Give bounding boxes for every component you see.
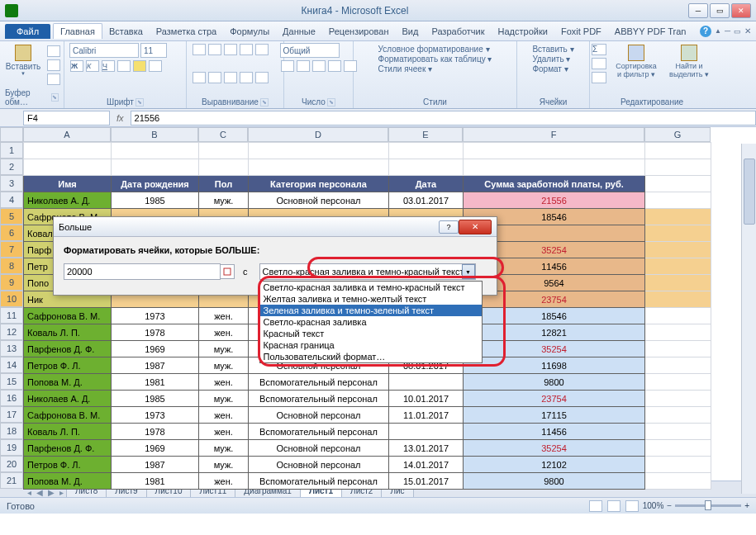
- row-header[interactable]: 11: [0, 307, 23, 324]
- threshold-input[interactable]: 20000: [64, 263, 221, 280]
- col-header[interactable]: E: [388, 127, 463, 142]
- tab-рецензирован[interactable]: Рецензирован: [322, 24, 396, 39]
- doc-close-icon[interactable]: ✕: [744, 26, 751, 36]
- format-option[interactable]: Желтая заливка и темно-желтый текст: [260, 293, 482, 305]
- font-name-combo[interactable]: Calibri: [69, 43, 139, 58]
- format-painter-icon[interactable]: [47, 73, 60, 85]
- view-break-icon[interactable]: [625, 500, 639, 512]
- cell-styles-button[interactable]: Стили ячеек ▾: [378, 64, 433, 73]
- tab-надстройки[interactable]: Надстройки: [492, 24, 554, 39]
- row-header[interactable]: 18: [0, 423, 23, 439]
- row-header[interactable]: 19: [0, 439, 23, 456]
- dialog-help-button[interactable]: ?: [439, 220, 459, 234]
- align-center-icon[interactable]: [208, 72, 221, 83]
- row-header[interactable]: 10: [0, 291, 23, 307]
- maximize-button[interactable]: ▭: [710, 3, 730, 18]
- tab-главная[interactable]: Главная: [53, 23, 102, 39]
- tab-формулы[interactable]: Формулы: [223, 24, 276, 39]
- underline-icon[interactable]: Ч: [102, 60, 115, 72]
- zoom-in-button[interactable]: +: [744, 501, 749, 510]
- indent-dec-icon[interactable]: [240, 72, 253, 83]
- cut-icon[interactable]: [47, 45, 60, 57]
- bold-icon[interactable]: Ж: [70, 60, 83, 72]
- italic-icon[interactable]: К: [86, 60, 99, 72]
- view-normal-icon[interactable]: [589, 500, 602, 512]
- view-layout-icon[interactable]: [607, 500, 620, 512]
- name-box[interactable]: F4: [23, 111, 110, 125]
- align-right-icon[interactable]: [224, 72, 237, 83]
- file-tab[interactable]: Файл: [5, 24, 50, 39]
- align-mid-icon[interactable]: [208, 44, 221, 55]
- tab-abbyy pdf tran[interactable]: ABBYY PDF Tran: [608, 24, 693, 39]
- row-header[interactable]: 4: [0, 192, 23, 208]
- tab-разметка стра[interactable]: Разметка стра: [150, 24, 223, 39]
- clear-icon[interactable]: [592, 72, 606, 83]
- row-header[interactable]: 17: [0, 406, 23, 423]
- format-option[interactable]: Зеленая заливка и темно-зеленый текст: [260, 305, 482, 316]
- zoom-out-button[interactable]: −: [667, 501, 672, 510]
- row-header[interactable]: 6: [0, 225, 23, 241]
- format-table-button[interactable]: Форматировать как таблицу ▾: [378, 54, 492, 64]
- percent-icon[interactable]: [297, 60, 310, 72]
- sort-filter-button[interactable]: Сортировка и фильтр ▾: [612, 43, 660, 80]
- row-header[interactable]: 21: [0, 472, 23, 489]
- align-bot-icon[interactable]: [224, 44, 237, 55]
- format-option[interactable]: Пользовательский формат…: [260, 351, 482, 362]
- number-format-combo[interactable]: Общий: [280, 43, 340, 58]
- align-top-icon[interactable]: [193, 44, 206, 55]
- range-picker-icon[interactable]: [220, 264, 235, 279]
- format-cells-button[interactable]: Формат ▾: [532, 64, 568, 73]
- doc-minimize-icon[interactable]: ─: [725, 26, 730, 36]
- row-header[interactable]: 15: [0, 373, 23, 390]
- align-left-icon[interactable]: [193, 72, 206, 83]
- ribbon-minimize-icon[interactable]: ▲: [715, 27, 721, 35]
- col-header[interactable]: A: [23, 127, 111, 142]
- row-header[interactable]: 16: [0, 390, 23, 406]
- row-header[interactable]: 20: [0, 456, 23, 472]
- tab-данные[interactable]: Данные: [276, 24, 322, 39]
- merge-icon[interactable]: [255, 72, 269, 83]
- tab-вид[interactable]: Вид: [396, 24, 426, 39]
- comma-icon[interactable]: [312, 60, 326, 72]
- format-style-dropdown[interactable]: Светло-красная заливка и темно-красный т…: [259, 281, 483, 363]
- row-header[interactable]: 7: [0, 241, 23, 258]
- tab-вставка[interactable]: Вставка: [102, 24, 150, 39]
- row-header[interactable]: 13: [0, 340, 23, 357]
- close-button[interactable]: ✕: [731, 3, 751, 18]
- vertical-scrollbar[interactable]: [741, 144, 756, 494]
- insert-cells-button[interactable]: Вставить ▾: [532, 45, 573, 54]
- row-header[interactable]: 9: [0, 274, 23, 291]
- format-style-combo[interactable]: Светло-красная заливка и темно-красный т…: [259, 263, 476, 280]
- col-header[interactable]: F: [463, 127, 644, 142]
- font-size-combo[interactable]: 11: [140, 43, 167, 58]
- help-icon[interactable]: ?: [700, 26, 711, 37]
- row-header[interactable]: 14: [0, 357, 23, 373]
- fill-down-icon[interactable]: [592, 58, 606, 69]
- copy-icon[interactable]: [47, 59, 60, 71]
- col-header[interactable]: C: [198, 127, 248, 142]
- select-all-corner[interactable]: [0, 127, 23, 142]
- format-option[interactable]: Светло-красная заливка: [260, 316, 482, 328]
- col-header[interactable]: B: [111, 127, 198, 142]
- find-select-button[interactable]: Найти и выделить ▾: [665, 43, 713, 80]
- inc-dec-icon[interactable]: [328, 60, 341, 72]
- row-header[interactable]: 5: [0, 208, 23, 225]
- tab-foxit pdf[interactable]: Foxit PDF: [554, 24, 608, 39]
- fill-icon[interactable]: [133, 60, 146, 72]
- chevron-down-icon[interactable]: ▼: [462, 264, 475, 279]
- doc-restore-icon[interactable]: ▭: [734, 27, 741, 36]
- delete-cells-button[interactable]: Удалить ▾: [532, 54, 570, 64]
- currency-icon[interactable]: [281, 60, 294, 72]
- orientation-icon[interactable]: [240, 44, 253, 55]
- formula-input[interactable]: 21556: [131, 111, 756, 125]
- wrap-icon[interactable]: [255, 44, 269, 55]
- row-header[interactable]: 12: [0, 324, 23, 340]
- border-icon[interactable]: [117, 60, 131, 72]
- autosum-icon[interactable]: Σ: [592, 44, 606, 55]
- dialog-close-button[interactable]: ✕: [459, 220, 492, 234]
- format-option[interactable]: Красная граница: [260, 339, 482, 351]
- zoom-slider[interactable]: [675, 504, 741, 507]
- col-header[interactable]: D: [248, 127, 388, 142]
- col-header[interactable]: G: [644, 127, 711, 142]
- paste-button[interactable]: Вставить▼: [2, 43, 44, 78]
